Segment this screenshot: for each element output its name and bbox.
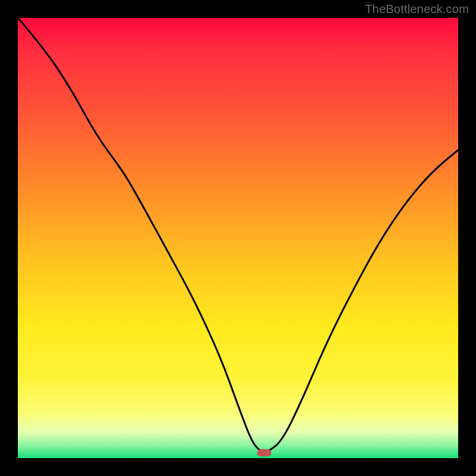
optimal-marker [257, 449, 271, 456]
chart-frame: TheBottleneck.com [0, 0, 476, 476]
bottleneck-curve [18, 18, 458, 458]
plot-area [18, 18, 458, 458]
watermark-text: TheBottleneck.com [365, 2, 469, 16]
